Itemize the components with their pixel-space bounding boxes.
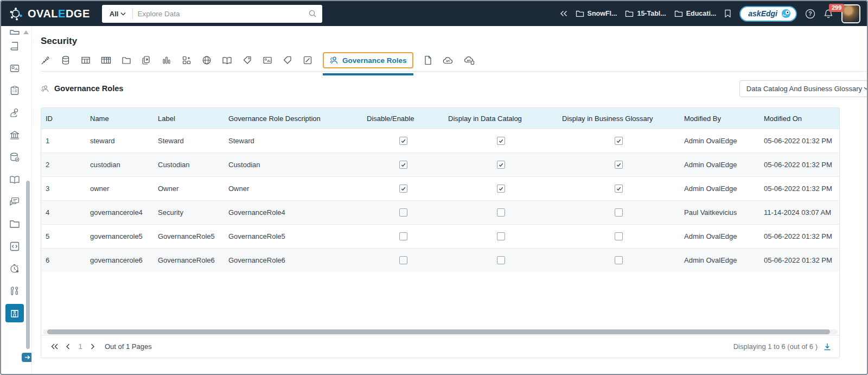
horizontal-scrollbar-thumb[interactable] xyxy=(47,329,830,334)
global-search: All xyxy=(102,5,322,23)
table-footer: 1 Out of 1 Pages Displaying 1 to 6 (out … xyxy=(41,335,839,358)
help-icon[interactable]: ? xyxy=(805,9,815,19)
timer-icon xyxy=(9,263,20,274)
download-icon[interactable] xyxy=(823,342,832,351)
tab-queries[interactable] xyxy=(142,55,151,65)
sidebar-item-data-quality[interactable] xyxy=(8,101,22,124)
catalog-scope-dropdown[interactable]: Data Catalog And Business Glossary xyxy=(739,80,868,97)
cell-modified-by: Admin OvalEdge xyxy=(680,185,760,193)
brand-logo[interactable]: OVALEDGE xyxy=(9,7,90,21)
tab-tables[interactable] xyxy=(81,55,91,65)
disable-enable-checkbox[interactable] xyxy=(399,185,407,193)
column-header: Modified On xyxy=(760,115,840,123)
recent-item-snowflake[interactable]: SnowFl... xyxy=(576,10,617,17)
notification-badge: 299 xyxy=(829,4,844,12)
table-row[interactable]: 5governancerole5GovernanceRole5Governanc… xyxy=(41,224,839,248)
tab-business-glossary[interactable] xyxy=(222,56,232,65)
ask-edgi-button[interactable]: askEdgi xyxy=(739,6,797,22)
sidebar-item-reports[interactable] xyxy=(8,57,22,79)
people-icon xyxy=(41,84,50,93)
cell-name: owner xyxy=(86,185,154,193)
current-page-number[interactable]: 1 xyxy=(78,342,83,351)
tab-apis[interactable]: API xyxy=(443,56,454,65)
display-data-catalog-checkbox[interactable] xyxy=(497,208,505,217)
sidebar-item-queries[interactable] xyxy=(8,235,22,257)
sidebar-item-discussions[interactable] xyxy=(8,190,22,213)
sidebar-item-governance[interactable] xyxy=(8,124,22,146)
section-header: Governance Roles Data Catalog And Busine… xyxy=(41,79,868,98)
disable-enable-checkbox[interactable] xyxy=(399,256,407,264)
search-icon[interactable] xyxy=(308,9,317,18)
disable-enable-checkbox[interactable] xyxy=(399,137,407,145)
column-header: Display in Business Glossary xyxy=(558,115,680,123)
table-row[interactable]: 3ownerOwnerOwnerAdmin OvalEdge05-06-2022… xyxy=(41,176,839,200)
table-row[interactable]: 2custodianCustodianCustodianAdmin OvalEd… xyxy=(41,152,839,176)
sidebar-item-certified-data[interactable] xyxy=(8,146,22,168)
table-row[interactable]: 4governancerole4SecurityGovernanceRole4P… xyxy=(41,200,839,224)
display-data-catalog-checkbox[interactable] xyxy=(497,256,505,264)
tab-web[interactable] xyxy=(202,55,212,65)
tab-governance-roles-active[interactable]: Governance Roles xyxy=(323,52,413,68)
tab-files[interactable] xyxy=(122,56,131,65)
search-scope-dropdown[interactable]: All xyxy=(107,10,129,18)
sidebar-item-glossary[interactable] xyxy=(8,168,22,190)
sidebar-item-jobs[interactable] xyxy=(8,257,22,279)
sidebar-scrollbar[interactable] xyxy=(26,181,30,349)
sidebar-item-security-active[interactable] xyxy=(5,304,24,322)
chevron-down-icon xyxy=(864,87,868,90)
tab-reports[interactable] xyxy=(162,55,171,65)
svg-text:API: API xyxy=(446,60,450,62)
horizontal-scrollbar[interactable] xyxy=(41,328,839,335)
display-business-glossary-checkbox[interactable] xyxy=(615,161,623,169)
next-page-button[interactable] xyxy=(91,344,95,349)
sidebar-item-files[interactable] xyxy=(8,213,22,235)
display-business-glossary-checkbox[interactable] xyxy=(615,208,623,217)
tab-connectors[interactable] xyxy=(41,55,50,65)
collapse-breadcrumbs-icon[interactable] xyxy=(560,10,567,17)
bookmark-icon[interactable] xyxy=(724,9,731,18)
tab-documents[interactable] xyxy=(424,55,432,65)
display-data-catalog-checkbox[interactable] xyxy=(497,232,505,240)
disable-enable-checkbox[interactable] xyxy=(399,161,407,169)
disable-enable-checkbox[interactable] xyxy=(399,208,407,217)
governance-roles-table: IDNameLabelGovernance Role DescriptionDi… xyxy=(41,107,840,358)
display-data-catalog-cell xyxy=(444,137,558,145)
table-row[interactable]: 6governancerole6GovernanceRole6Governanc… xyxy=(41,248,839,272)
recent-item-education[interactable]: Educati... xyxy=(674,10,717,17)
tab-tags[interactable] xyxy=(242,55,252,65)
tab-policies[interactable] xyxy=(303,55,312,65)
sidebar-item-projects[interactable] xyxy=(8,79,22,101)
display-data-catalog-checkbox[interactable] xyxy=(497,185,505,193)
user-avatar[interactable] xyxy=(841,4,860,23)
display-business-glossary-checkbox[interactable] xyxy=(615,185,623,193)
display-business-glossary-checkbox[interactable] xyxy=(615,232,623,240)
sidebar-item-tools[interactable] xyxy=(8,279,22,302)
first-page-button[interactable] xyxy=(51,344,58,349)
tab-schemas[interactable] xyxy=(61,55,71,65)
cell-description: Owner xyxy=(224,185,362,193)
tab-api-collections[interactable]: API xyxy=(464,56,475,65)
previous-page-button[interactable] xyxy=(66,344,70,349)
disable-enable-checkbox[interactable] xyxy=(399,232,407,240)
topbar: OVALEDGE All SnowFl... 15-Tabl. xyxy=(1,1,867,26)
display-data-catalog-checkbox[interactable] xyxy=(497,137,505,145)
sidebar-item-catalog[interactable] xyxy=(8,35,22,57)
display-data-catalog-checkbox[interactable] xyxy=(497,161,505,169)
cell-name: governancerole5 xyxy=(86,232,154,240)
tab-dashboards[interactable] xyxy=(182,55,192,65)
tab-terms[interactable] xyxy=(283,55,292,65)
display-business-glossary-checkbox[interactable] xyxy=(615,137,623,145)
sidebar-scroll-up-icon[interactable] xyxy=(23,30,29,34)
table-header-row: IDNameLabelGovernance Role DescriptionDi… xyxy=(41,108,839,129)
display-business-glossary-checkbox[interactable] xyxy=(615,256,623,264)
sidebar-expand-button[interactable] xyxy=(22,353,32,362)
search-input[interactable] xyxy=(137,10,308,18)
search-divider xyxy=(132,8,133,19)
notifications-button[interactable]: 299 xyxy=(824,9,833,19)
tools-icon xyxy=(9,285,20,296)
recent-item-15-tables[interactable]: 15-Tabl... xyxy=(625,10,666,17)
tab-media[interactable] xyxy=(263,56,272,65)
tab-table-columns[interactable] xyxy=(101,55,111,65)
table-row[interactable]: 1stewardStewardStewardAdmin OvalEdge05-0… xyxy=(41,129,839,152)
sidebar-item-clipped[interactable] xyxy=(8,27,22,35)
